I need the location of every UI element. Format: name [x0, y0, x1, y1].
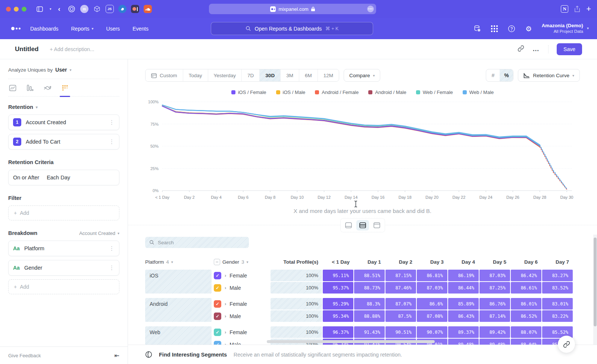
tab-flows[interactable] — [43, 84, 51, 96]
total-profiles-column-header[interactable]: Total Profile(s) — [271, 259, 322, 265]
retention-value-cell[interactable]: 90.51% — [385, 326, 416, 338]
table-search-input[interactable]: Search — [145, 237, 249, 248]
data-management-icon[interactable] — [473, 25, 481, 33]
range-custom[interactable]: Custom — [146, 69, 183, 81]
chevron-down-icon[interactable]: ▾ — [50, 7, 51, 11]
retention-value-cell[interactable]: 83.01% — [542, 298, 573, 310]
retention-value-cell[interactable]: 95.34% — [323, 310, 353, 322]
retention-value-cell[interactable]: 87.03% — [417, 282, 447, 294]
retention-value-cell[interactable]: 86.42% — [511, 270, 541, 281]
breakdown-event-selector[interactable]: Account Created ▾ — [79, 230, 119, 236]
day-column-header[interactable]: Day 6 — [510, 259, 541, 265]
day-column-header[interactable]: Day 3 — [416, 259, 447, 265]
breakdown-gender[interactable]: Aa Gender ⋮ — [8, 260, 119, 276]
account-switcher[interactable]: Amazonia {Demo} All Project Data ▾ — [542, 23, 589, 34]
nav-item-events[interactable]: Events — [132, 26, 149, 32]
analyze-uniques-value[interactable]: User — [55, 67, 67, 73]
retention-value-cell[interactable]: 86.6% — [417, 298, 447, 310]
retention-section-heading[interactable]: Retention — [8, 104, 33, 110]
criteria-interval[interactable]: Each Day — [47, 175, 70, 181]
legend-item[interactable]: Web / Male — [463, 89, 494, 95]
step-menu-icon[interactable]: ⋮ — [109, 138, 115, 145]
global-search-input[interactable]: Open Reports & Dashboards ⌘ + K — [211, 22, 373, 35]
retention-value-cell[interactable]: 87.08% — [417, 310, 447, 322]
retention-value-cell[interactable]: 89.37% — [448, 326, 479, 338]
legend-item[interactable]: Android / Male — [368, 89, 406, 95]
legend-item[interactable]: Android / Female — [315, 89, 359, 95]
nav-item-users[interactable]: Users — [106, 26, 120, 32]
retention-value-cell[interactable]: 88.51% — [354, 270, 385, 281]
retention-value-cell[interactable]: 89.42% — [479, 326, 510, 338]
retention-value-cell[interactable]: 86.44% — [448, 282, 479, 294]
recorder-extension-icon[interactable] — [131, 5, 139, 13]
retention-value-cell[interactable]: 86.43% — [448, 310, 479, 322]
retention-value-cell[interactable]: 91.43% — [354, 326, 385, 338]
site-options-icon[interactable]: ••• — [367, 6, 374, 12]
new-tab-icon[interactable]: + — [586, 5, 591, 13]
more-options-icon[interactable]: … — [532, 48, 540, 50]
m-extension-icon[interactable]: m — [80, 5, 88, 13]
platform-column-header[interactable]: Platform 4 ▾ — [145, 259, 214, 265]
nav-item-reports[interactable]: Reports▾ — [71, 26, 94, 32]
view-chart-only-button[interactable] — [342, 220, 355, 230]
breakdown-menu-icon[interactable]: ⋮ — [109, 245, 115, 252]
add-description-field[interactable]: + Add description... — [50, 46, 94, 52]
retention-value-cell[interactable]: 89.48% — [479, 339, 510, 345]
retention-value-cell[interactable]: 86.81% — [417, 270, 447, 281]
minimize-window-button[interactable] — [14, 7, 19, 12]
retention-value-cell[interactable]: 87.5% — [385, 310, 416, 322]
range-today[interactable]: Today — [183, 69, 208, 81]
floating-copy-link-button[interactable] — [558, 336, 575, 353]
sidebar-toggle-icon[interactable] — [37, 6, 43, 12]
gender-column-header[interactable]: – Gender 3 ▾ — [214, 259, 271, 265]
series-checkbox[interactable]: ✓ — [214, 284, 221, 292]
retention-value-cell[interactable]: 95.29% — [323, 298, 353, 310]
vertical-scrollbar-thumb[interactable] — [594, 238, 597, 326]
save-button[interactable]: Save — [557, 43, 582, 55]
criteria-mode[interactable]: On or After — [13, 175, 39, 181]
day-column-header[interactable]: < 1 Day — [322, 259, 353, 265]
retention-value-cell[interactable]: 83.22% — [542, 310, 573, 322]
percent-mode-button[interactable]: % — [500, 69, 513, 81]
absolute-mode-button[interactable]: # — [486, 69, 500, 81]
legend-item[interactable]: iOS / Female — [231, 89, 266, 95]
horizontal-scrollbar[interactable] — [267, 340, 435, 343]
legend-item[interactable]: iOS / Male — [276, 89, 306, 95]
retention-value-cell[interactable]: 89.48% — [448, 339, 479, 345]
series-checkbox[interactable]: ✓ — [214, 300, 221, 308]
tab-retention[interactable] — [61, 84, 69, 96]
retention-value-cell[interactable]: 87.03% — [479, 270, 510, 281]
vertical-scrollbar-track[interactable] — [593, 235, 597, 345]
share-icon[interactable] — [574, 6, 580, 12]
series-line-web-male[interactable] — [540, 145, 567, 189]
expand-row-icon[interactable]: › — [225, 301, 226, 307]
retention-value-cell[interactable]: 86.61% — [511, 282, 541, 294]
day-column-header[interactable]: Day 1 — [353, 259, 385, 265]
expand-row-icon[interactable]: › — [225, 313, 226, 319]
cube-extension-icon[interactable] — [93, 5, 101, 13]
series-checkbox[interactable]: ✓ — [214, 341, 221, 345]
retention-value-cell[interactable]: 88.04% — [511, 339, 541, 345]
retention-value-cell[interactable]: 86.19% — [448, 270, 479, 281]
range-6m[interactable]: 6M — [299, 69, 318, 81]
retention-value-cell[interactable]: 86.52% — [511, 310, 541, 322]
day-column-header[interactable]: Day 7 — [541, 259, 573, 265]
breakdown-menu-icon[interactable]: ⋮ — [109, 264, 115, 271]
range-yesterday[interactable]: Yesterday — [208, 69, 242, 81]
retention-value-cell[interactable]: 87.07% — [385, 298, 416, 310]
address-bar[interactable]: mixpanel.com ••• — [209, 4, 376, 14]
retention-value-cell[interactable]: 90.07% — [417, 326, 447, 338]
nav-item-dashboards[interactable]: Dashboards — [30, 26, 59, 32]
retention-step-2[interactable]: 2 Added To Cart ⋮ — [8, 134, 119, 150]
series-line-ios-male[interactable] — [162, 106, 540, 146]
target-extension-icon[interactable] — [68, 5, 76, 13]
js-extension-icon[interactable]: JS — [106, 5, 114, 13]
copy-link-icon[interactable] — [518, 45, 524, 53]
back-button[interactable]: ‹ — [58, 5, 60, 13]
step-menu-icon[interactable]: ⋮ — [109, 119, 115, 126]
expand-row-icon[interactable]: › — [225, 273, 226, 278]
series-line-android-male[interactable] — [162, 106, 540, 147]
legend-item[interactable]: Web / Female — [416, 89, 453, 95]
series-line-android-female[interactable] — [162, 106, 540, 147]
compare-button[interactable]: Compare ▾ — [344, 69, 381, 82]
